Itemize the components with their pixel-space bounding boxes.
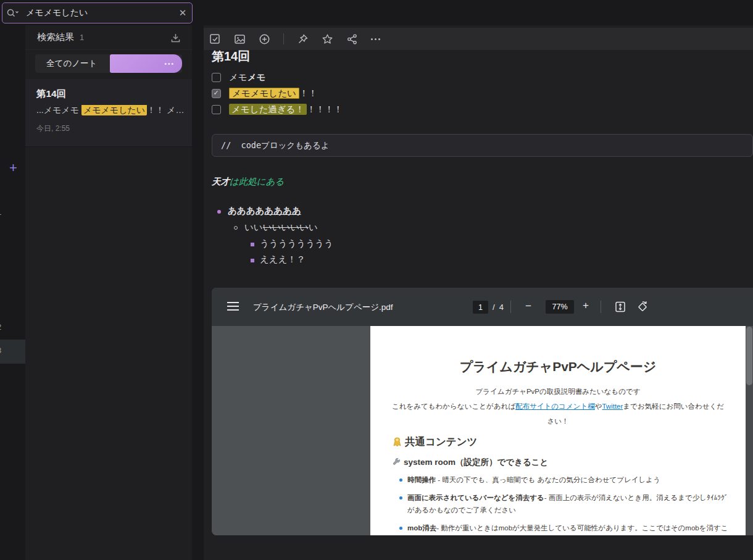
- all-notes-label: 全てのノート: [46, 58, 97, 69]
- panel-gutter[interactable]: [192, 25, 204, 560]
- bullet-level3-icon: [251, 259, 254, 262]
- pdf-toolbar: プライムガチャPvPヘルプページ.pdf 1 / 4 − 77% +: [212, 288, 753, 326]
- list-item-3: うううううううう: [260, 238, 333, 249]
- search-match-highlight: メモメモしたい: [229, 88, 299, 99]
- pdf-page: プライムガチャPvPヘルプページ プライムガチャPvPの取扱説明書みたいなもので…: [370, 326, 746, 535]
- bullet-level1-icon: [217, 210, 221, 214]
- notebook-tag-pill[interactable]: •••: [110, 54, 182, 73]
- checklist-label: メモメモしたい！！: [229, 88, 317, 99]
- bullet-bold: mob消去: [407, 524, 436, 532]
- pin-icon[interactable]: [297, 33, 309, 45]
- rail-active-row[interactable]: [0, 340, 25, 364]
- checklist-item-1: メモメモ: [212, 70, 265, 84]
- pdf-doc-bullet-2: 画面に表示されているバーなどを消去する- 画面上の表示が消えないとき用。消えるま…: [407, 491, 746, 516]
- heading3-text: system room（設定所）でできること: [404, 457, 548, 468]
- italic-green-text: は此処にある: [230, 177, 284, 186]
- mark-highlight: メモした過ぎる！: [229, 104, 307, 115]
- ribbon-emoji-icon: [393, 437, 402, 448]
- pill-more-icon[interactable]: •••: [164, 61, 175, 67]
- note-item-title: 第14回: [36, 88, 66, 101]
- note-item-preview: ...メモメモ メモメモしたい！！ メ…: [36, 105, 186, 116]
- bullet-text: - 晴天の下でも、真っ暗闇でも あなたの気分に合わせてプレイしよう: [436, 476, 660, 483]
- pdf-content-area: プライムガチャPvPヘルプページ プライムガチャPvPの取扱説明書みたいなもので…: [212, 326, 753, 535]
- rotate-page-icon[interactable]: [636, 301, 649, 313]
- comment-section-link[interactable]: 配布サイトのコメント欄: [515, 403, 595, 410]
- export-download-icon[interactable]: [170, 32, 181, 44]
- list-text: ああああ: [228, 206, 264, 215]
- fit-to-page-icon[interactable]: [614, 301, 626, 313]
- page-count: 4: [499, 303, 504, 312]
- code-text: // codeブロックもあるよ: [221, 140, 330, 151]
- star-icon[interactable]: [322, 33, 333, 45]
- preview-search-highlight: メモメモしたい: [81, 105, 147, 115]
- results-title: 検索結果: [37, 31, 74, 43]
- contact-text: や: [595, 403, 602, 410]
- all-notes-filter[interactable]: 全てのノート •••: [35, 54, 182, 73]
- list-text-strike: いいいいい: [263, 222, 309, 232]
- pdf-page-input[interactable]: 1: [473, 301, 488, 314]
- pdf-doc-title: プライムガチャPvPヘルプページ: [370, 358, 746, 375]
- note-title: 第14回: [212, 48, 250, 65]
- search-clear-icon[interactable]: ✕: [173, 7, 192, 19]
- pdf-doc-contact-line: これをみてもわからないことがあれば配布サイトのコメント欄やTwitterまでお気…: [370, 402, 746, 411]
- bullet-bold: 画面に表示されているバーなどを消去する: [407, 494, 544, 501]
- pdf-scrollbar-thumb[interactable]: [746, 327, 752, 385]
- list-text-underline: ああああ: [264, 206, 301, 215]
- zoom-out-button[interactable]: −: [522, 300, 535, 312]
- contact-text: これをみてもわからないことがあれば: [392, 403, 515, 410]
- zoom-in-button[interactable]: +: [579, 299, 593, 312]
- rail-item-1[interactable]: 1: [0, 207, 1, 217]
- toggle-checkbox-icon[interactable]: [209, 33, 221, 45]
- wrench-emoji-icon: [393, 458, 401, 467]
- search-results-panel: 検索結果 1 全てのノート ••• 第14回 ...メモメモ メモメモしたい！！…: [25, 25, 192, 560]
- rail-item-2[interactable]: 2: [0, 322, 1, 332]
- preview-suffix: ！！ メ…: [147, 105, 184, 115]
- search-input[interactable]: [23, 8, 173, 18]
- pdf-scrollbar[interactable]: [746, 326, 753, 535]
- checkbox-unchecked[interactable]: [212, 73, 221, 82]
- checklist-item-3: メモした過ぎる！！！！！: [212, 102, 343, 116]
- pdf-doc-bullet-3: mob消去- 動作が重いときはmobが大量発生している可能性があります。ここでは…: [407, 522, 746, 535]
- search-icon: [2, 7, 23, 19]
- pdf-toolbar-separator: [601, 301, 601, 313]
- checklist-label: メモメモ: [229, 72, 265, 83]
- zoom-level-box[interactable]: 77%: [546, 300, 574, 314]
- pdf-doc-contact-wrap: さい！: [370, 417, 746, 426]
- add-note-button[interactable]: +: [9, 162, 17, 174]
- checklist-label: メモした過ぎる！！！！！: [229, 104, 343, 115]
- list-item-1: ああああああああ: [228, 205, 301, 217]
- more-options-icon[interactable]: [371, 38, 380, 40]
- list-text: い: [309, 222, 318, 232]
- pdf-page-total: / 4: [493, 303, 504, 312]
- bullet-level2-icon: [234, 226, 238, 230]
- pdf-doc-heading2: 共通コンテンツ: [393, 435, 746, 449]
- add-plus-circle-icon[interactable]: [259, 33, 270, 45]
- checkbox-unchecked[interactable]: [212, 105, 221, 114]
- note-list-item[interactable]: 第14回 ...メモメモ メモメモしたい！！ メ… 今日, 2:55: [25, 79, 192, 147]
- label-bold: メモ: [248, 72, 266, 82]
- results-count: 1: [80, 33, 84, 42]
- pdf-menu-icon[interactable]: [227, 302, 239, 313]
- embedded-pdf-viewer: プライムガチャPvPヘルプページ.pdf 1 / 4 − 77% + プライムガ…: [212, 288, 753, 535]
- pdf-filename: プライムガチャPvPヘルプページ.pdf: [253, 302, 393, 313]
- rail-item-3[interactable]: 3: [0, 346, 1, 355]
- label-normal: メモ: [229, 72, 248, 82]
- code-block: // codeブロックもあるよ: [212, 134, 753, 157]
- list-text: いい: [244, 222, 263, 232]
- italic-white-text: 天才: [212, 177, 230, 186]
- twitter-link[interactable]: Twitter: [602, 403, 623, 410]
- page-separator: /: [493, 303, 495, 312]
- checkbox-checked[interactable]: [212, 89, 221, 98]
- pdf-doc-subtitle: プライムガチャPvPの取扱説明書みたいなものです: [370, 387, 746, 396]
- attach-image-icon[interactable]: [234, 33, 246, 45]
- label-rest: ！！！！: [307, 104, 343, 114]
- pdf-toolbar-separator: [510, 301, 511, 313]
- share-icon[interactable]: [346, 33, 358, 45]
- pdf-doc-bullet-1: 時間操作 - 晴天の下でも、真っ暗闇でも あなたの気分に合わせてプレイしよう: [407, 474, 746, 486]
- left-rail: + 1 2 3: [0, 25, 25, 560]
- global-search-bar[interactable]: ✕: [2, 2, 193, 23]
- bullet-bold: 時間操作: [407, 476, 436, 483]
- editor-toolbar: [204, 28, 753, 50]
- pdf-doc-heading3: system room（設定所）でできること: [393, 457, 746, 468]
- heading2-text: 共通コンテンツ: [405, 435, 477, 449]
